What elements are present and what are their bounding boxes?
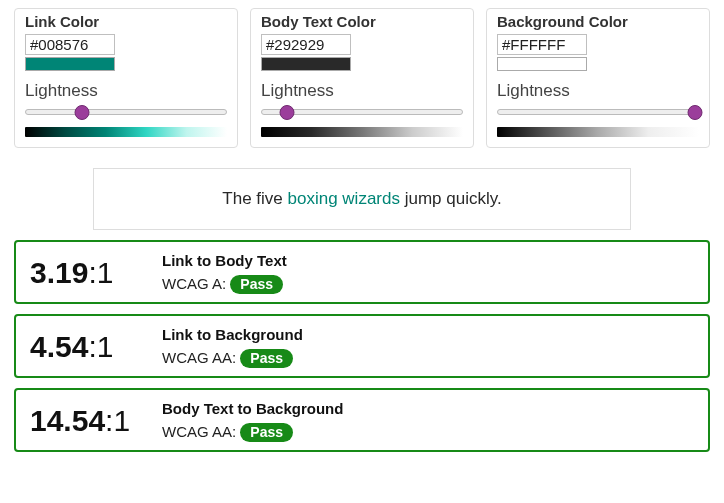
body-color-swatch[interactable]	[261, 57, 351, 71]
preview-link[interactable]: boxing wizards	[288, 189, 400, 208]
slider-track	[25, 109, 227, 115]
result-link-to-body: 3.19:1 Link to Body Text WCAG A: Pass	[14, 240, 710, 304]
result-title: Body Text to Background	[162, 400, 694, 417]
preview-text-before: The five	[222, 189, 287, 208]
link-color-panel: Link Color Lightness	[14, 8, 238, 148]
bg-gradient-bar	[497, 127, 699, 137]
result-status: WCAG AA: Pass	[162, 349, 694, 368]
ratio-value: 14.54:1	[30, 404, 162, 438]
body-lightness-slider[interactable]	[261, 103, 463, 123]
body-color-input[interactable]	[261, 34, 351, 55]
bg-lightness-slider[interactable]	[497, 103, 699, 123]
link-color-input[interactable]	[25, 34, 115, 55]
result-body-to-bg: 14.54:1 Body Text to Background WCAG AA:…	[14, 388, 710, 452]
slider-track	[497, 109, 699, 115]
link-lightness-label: Lightness	[25, 81, 227, 101]
pass-badge: Pass	[240, 349, 293, 368]
bg-color-input[interactable]	[497, 34, 587, 55]
color-panels-row: Link Color Lightness Body Text Color Lig…	[14, 8, 710, 148]
preview-text-after: jump quickly.	[400, 189, 502, 208]
link-color-swatch[interactable]	[25, 57, 115, 71]
bg-color-swatch[interactable]	[497, 57, 587, 71]
preview-box: The five boxing wizards jump quickly.	[93, 168, 631, 230]
result-link-to-bg: 4.54:1 Link to Background WCAG AA: Pass	[14, 314, 710, 378]
pass-badge: Pass	[240, 423, 293, 442]
result-title: Link to Body Text	[162, 252, 694, 269]
ratio-value: 4.54:1	[30, 330, 162, 364]
ratio-value: 3.19:1	[30, 256, 162, 290]
link-lightness-slider[interactable]	[25, 103, 227, 123]
bg-color-panel: Background Color Lightness	[486, 8, 710, 148]
result-status: WCAG A: Pass	[162, 275, 694, 294]
body-lightness-label: Lightness	[261, 81, 463, 101]
pass-badge: Pass	[230, 275, 283, 294]
bg-lightness-label: Lightness	[497, 81, 699, 101]
link-color-title: Link Color	[25, 13, 227, 30]
slider-thumb[interactable]	[74, 105, 89, 120]
result-title: Link to Background	[162, 326, 694, 343]
slider-thumb[interactable]	[687, 105, 702, 120]
slider-thumb[interactable]	[280, 105, 295, 120]
body-color-panel: Body Text Color Lightness	[250, 8, 474, 148]
result-status: WCAG AA: Pass	[162, 423, 694, 442]
bg-color-title: Background Color	[497, 13, 699, 30]
body-color-title: Body Text Color	[261, 13, 463, 30]
link-gradient-bar	[25, 127, 227, 137]
body-gradient-bar	[261, 127, 463, 137]
